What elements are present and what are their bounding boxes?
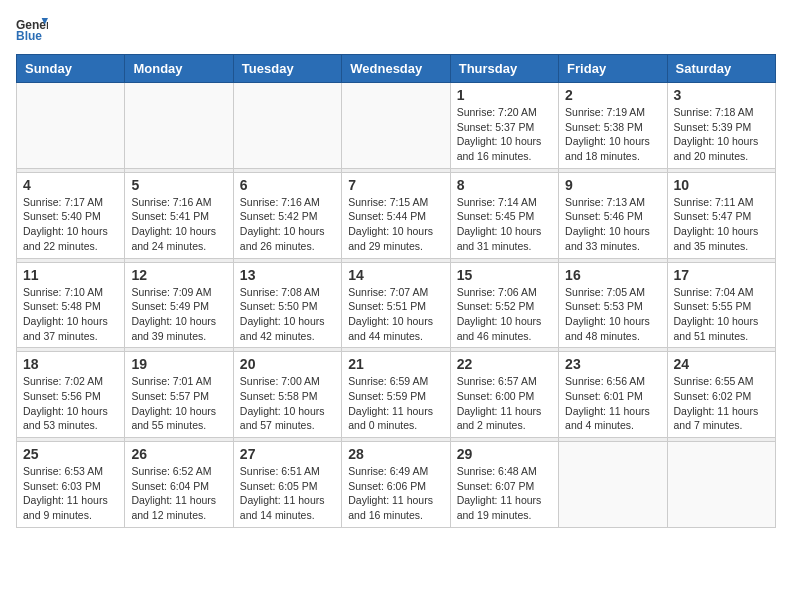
calendar-day-12: 12Sunrise: 7:09 AM Sunset: 5:49 PM Dayli… <box>125 262 233 348</box>
day-number: 10 <box>674 177 769 193</box>
day-header-tuesday: Tuesday <box>233 55 341 83</box>
day-info: Sunrise: 7:10 AM Sunset: 5:48 PM Dayligh… <box>23 285 118 344</box>
day-info: Sunrise: 6:52 AM Sunset: 6:04 PM Dayligh… <box>131 464 226 523</box>
day-number: 20 <box>240 356 335 372</box>
day-number: 17 <box>674 267 769 283</box>
calendar-day-24: 24Sunrise: 6:55 AM Sunset: 6:02 PM Dayli… <box>667 352 775 438</box>
day-number: 1 <box>457 87 552 103</box>
day-number: 16 <box>565 267 660 283</box>
calendar-day-13: 13Sunrise: 7:08 AM Sunset: 5:50 PM Dayli… <box>233 262 341 348</box>
calendar-day-14: 14Sunrise: 7:07 AM Sunset: 5:51 PM Dayli… <box>342 262 450 348</box>
calendar-day-28: 28Sunrise: 6:49 AM Sunset: 6:06 PM Dayli… <box>342 442 450 528</box>
day-header-thursday: Thursday <box>450 55 558 83</box>
calendar-day-26: 26Sunrise: 6:52 AM Sunset: 6:04 PM Dayli… <box>125 442 233 528</box>
day-info: Sunrise: 7:07 AM Sunset: 5:51 PM Dayligh… <box>348 285 443 344</box>
day-header-sunday: Sunday <box>17 55 125 83</box>
calendar-empty-cell <box>342 83 450 169</box>
calendar-day-8: 8Sunrise: 7:14 AM Sunset: 5:45 PM Daylig… <box>450 172 558 258</box>
day-number: 11 <box>23 267 118 283</box>
day-info: Sunrise: 7:16 AM Sunset: 5:42 PM Dayligh… <box>240 195 335 254</box>
calendar-header-row: SundayMondayTuesdayWednesdayThursdayFrid… <box>17 55 776 83</box>
calendar: SundayMondayTuesdayWednesdayThursdayFrid… <box>16 54 776 528</box>
day-info: Sunrise: 6:57 AM Sunset: 6:00 PM Dayligh… <box>457 374 552 433</box>
day-number: 26 <box>131 446 226 462</box>
day-info: Sunrise: 6:49 AM Sunset: 6:06 PM Dayligh… <box>348 464 443 523</box>
day-info: Sunrise: 7:08 AM Sunset: 5:50 PM Dayligh… <box>240 285 335 344</box>
day-info: Sunrise: 7:20 AM Sunset: 5:37 PM Dayligh… <box>457 105 552 164</box>
day-info: Sunrise: 6:55 AM Sunset: 6:02 PM Dayligh… <box>674 374 769 433</box>
calendar-day-1: 1Sunrise: 7:20 AM Sunset: 5:37 PM Daylig… <box>450 83 558 169</box>
day-number: 12 <box>131 267 226 283</box>
day-number: 25 <box>23 446 118 462</box>
day-number: 2 <box>565 87 660 103</box>
day-info: Sunrise: 7:18 AM Sunset: 5:39 PM Dayligh… <box>674 105 769 164</box>
day-info: Sunrise: 7:13 AM Sunset: 5:46 PM Dayligh… <box>565 195 660 254</box>
day-info: Sunrise: 7:05 AM Sunset: 5:53 PM Dayligh… <box>565 285 660 344</box>
calendar-day-4: 4Sunrise: 7:17 AM Sunset: 5:40 PM Daylig… <box>17 172 125 258</box>
calendar-empty-cell <box>233 83 341 169</box>
calendar-day-22: 22Sunrise: 6:57 AM Sunset: 6:00 PM Dayli… <box>450 352 558 438</box>
day-info: Sunrise: 7:01 AM Sunset: 5:57 PM Dayligh… <box>131 374 226 433</box>
day-number: 28 <box>348 446 443 462</box>
day-info: Sunrise: 7:09 AM Sunset: 5:49 PM Dayligh… <box>131 285 226 344</box>
day-info: Sunrise: 7:11 AM Sunset: 5:47 PM Dayligh… <box>674 195 769 254</box>
day-header-wednesday: Wednesday <box>342 55 450 83</box>
day-number: 14 <box>348 267 443 283</box>
day-number: 29 <box>457 446 552 462</box>
calendar-day-6: 6Sunrise: 7:16 AM Sunset: 5:42 PM Daylig… <box>233 172 341 258</box>
day-info: Sunrise: 7:19 AM Sunset: 5:38 PM Dayligh… <box>565 105 660 164</box>
calendar-day-16: 16Sunrise: 7:05 AM Sunset: 5:53 PM Dayli… <box>559 262 667 348</box>
calendar-week-row: 1Sunrise: 7:20 AM Sunset: 5:37 PM Daylig… <box>17 83 776 169</box>
day-number: 27 <box>240 446 335 462</box>
day-number: 9 <box>565 177 660 193</box>
day-number: 6 <box>240 177 335 193</box>
day-number: 4 <box>23 177 118 193</box>
day-number: 21 <box>348 356 443 372</box>
day-header-saturday: Saturday <box>667 55 775 83</box>
day-info: Sunrise: 7:17 AM Sunset: 5:40 PM Dayligh… <box>23 195 118 254</box>
calendar-day-27: 27Sunrise: 6:51 AM Sunset: 6:05 PM Dayli… <box>233 442 341 528</box>
calendar-day-17: 17Sunrise: 7:04 AM Sunset: 5:55 PM Dayli… <box>667 262 775 348</box>
calendar-day-2: 2Sunrise: 7:19 AM Sunset: 5:38 PM Daylig… <box>559 83 667 169</box>
day-number: 23 <box>565 356 660 372</box>
calendar-week-row: 18Sunrise: 7:02 AM Sunset: 5:56 PM Dayli… <box>17 352 776 438</box>
day-info: Sunrise: 6:59 AM Sunset: 5:59 PM Dayligh… <box>348 374 443 433</box>
calendar-empty-cell <box>667 442 775 528</box>
calendar-day-7: 7Sunrise: 7:15 AM Sunset: 5:44 PM Daylig… <box>342 172 450 258</box>
calendar-day-29: 29Sunrise: 6:48 AM Sunset: 6:07 PM Dayli… <box>450 442 558 528</box>
day-number: 3 <box>674 87 769 103</box>
logo: General Blue <box>16 16 52 44</box>
calendar-week-row: 25Sunrise: 6:53 AM Sunset: 6:03 PM Dayli… <box>17 442 776 528</box>
day-number: 19 <box>131 356 226 372</box>
header: General Blue <box>16 16 776 44</box>
day-info: Sunrise: 7:04 AM Sunset: 5:55 PM Dayligh… <box>674 285 769 344</box>
day-info: Sunrise: 6:53 AM Sunset: 6:03 PM Dayligh… <box>23 464 118 523</box>
calendar-empty-cell <box>559 442 667 528</box>
calendar-day-9: 9Sunrise: 7:13 AM Sunset: 5:46 PM Daylig… <box>559 172 667 258</box>
day-number: 24 <box>674 356 769 372</box>
calendar-day-11: 11Sunrise: 7:10 AM Sunset: 5:48 PM Dayli… <box>17 262 125 348</box>
calendar-empty-cell <box>125 83 233 169</box>
calendar-day-23: 23Sunrise: 6:56 AM Sunset: 6:01 PM Dayli… <box>559 352 667 438</box>
logo-icon: General Blue <box>16 16 48 44</box>
day-number: 15 <box>457 267 552 283</box>
svg-text:Blue: Blue <box>16 29 42 43</box>
calendar-day-3: 3Sunrise: 7:18 AM Sunset: 5:39 PM Daylig… <box>667 83 775 169</box>
calendar-empty-cell <box>17 83 125 169</box>
day-number: 7 <box>348 177 443 193</box>
calendar-day-10: 10Sunrise: 7:11 AM Sunset: 5:47 PM Dayli… <box>667 172 775 258</box>
day-info: Sunrise: 6:51 AM Sunset: 6:05 PM Dayligh… <box>240 464 335 523</box>
day-info: Sunrise: 7:16 AM Sunset: 5:41 PM Dayligh… <box>131 195 226 254</box>
calendar-day-15: 15Sunrise: 7:06 AM Sunset: 5:52 PM Dayli… <box>450 262 558 348</box>
day-info: Sunrise: 6:56 AM Sunset: 6:01 PM Dayligh… <box>565 374 660 433</box>
day-info: Sunrise: 7:02 AM Sunset: 5:56 PM Dayligh… <box>23 374 118 433</box>
day-number: 5 <box>131 177 226 193</box>
calendar-day-21: 21Sunrise: 6:59 AM Sunset: 5:59 PM Dayli… <box>342 352 450 438</box>
day-info: Sunrise: 6:48 AM Sunset: 6:07 PM Dayligh… <box>457 464 552 523</box>
day-header-friday: Friday <box>559 55 667 83</box>
day-number: 22 <box>457 356 552 372</box>
calendar-day-25: 25Sunrise: 6:53 AM Sunset: 6:03 PM Dayli… <box>17 442 125 528</box>
day-info: Sunrise: 7:14 AM Sunset: 5:45 PM Dayligh… <box>457 195 552 254</box>
day-info: Sunrise: 7:06 AM Sunset: 5:52 PM Dayligh… <box>457 285 552 344</box>
day-number: 18 <box>23 356 118 372</box>
